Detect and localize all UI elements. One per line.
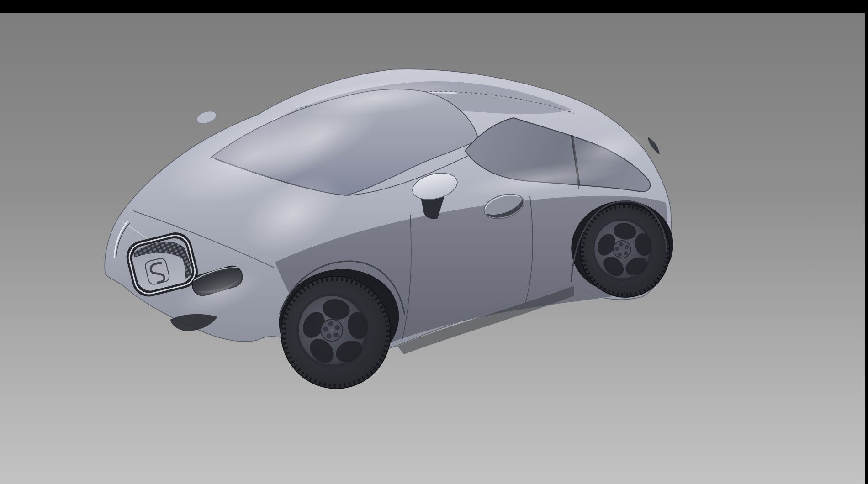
car-model[interactable] <box>105 69 680 395</box>
top-black-bar <box>0 0 868 13</box>
car-3d-render <box>0 13 865 484</box>
rear-lamp-slit <box>648 137 660 154</box>
cowl-nub <box>195 109 217 126</box>
application-window <box>0 0 868 484</box>
render-viewport[interactable] <box>0 13 865 484</box>
right-black-bar <box>865 13 868 484</box>
